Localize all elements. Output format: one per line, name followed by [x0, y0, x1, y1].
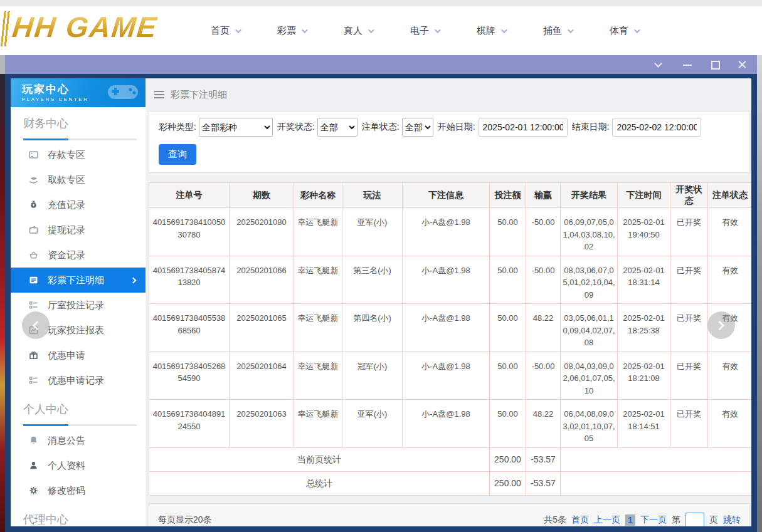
- window-minimize-button[interactable]: [683, 60, 692, 69]
- nav-item-真人[interactable]: 真人: [344, 25, 373, 37]
- total-count-text: 共5条: [544, 514, 566, 526]
- sidebar-item-withdraw-record[interactable]: 提现记录: [11, 217, 146, 243]
- sidebar-item-promo-record[interactable]: 优惠申请记录: [11, 368, 146, 393]
- table-header-row: 注单号期数彩种名称玩法下注信息投注额输赢开奖结果下注时间开奖状态注单状态: [149, 183, 752, 208]
- column-header-order-id: 注单号: [149, 183, 230, 208]
- nav-item-label: 彩票: [277, 25, 296, 37]
- nav-item-棋牌[interactable]: 棋牌: [477, 25, 505, 37]
- section-underline: [23, 424, 137, 426]
- section-underline: [23, 138, 137, 140]
- first-page-link[interactable]: 首页: [571, 514, 589, 526]
- cell-play-type: 第三名(小): [342, 256, 403, 304]
- column-header-bet-time: 下注时间: [618, 183, 670, 208]
- chevron-right-icon: [130, 277, 137, 283]
- cell-bet-amount: 50.00: [490, 208, 526, 256]
- order-status-label: 注单状态:: [362, 122, 400, 133]
- sidebar-item-funds-record[interactable]: 资金记录: [11, 243, 146, 268]
- cell-win-loss: 48.22: [526, 400, 561, 448]
- cell-lottery-name: 幸运飞艇新: [294, 304, 342, 352]
- nav-item-电子[interactable]: 电子: [410, 25, 439, 37]
- sidebar-item-label: 优惠申请: [48, 350, 85, 362]
- draw-status-select[interactable]: 全部: [317, 118, 357, 137]
- cell-bet-amount: 50.00: [490, 256, 526, 304]
- cell-bet-amount: 50.00: [490, 352, 526, 400]
- summary-row: 当前页统计250.00-53.57: [149, 447, 752, 471]
- nav-item-彩票[interactable]: 彩票: [277, 25, 306, 37]
- summary-win-loss-total: -53.57: [526, 471, 561, 495]
- current-page-badge: 1: [625, 514, 635, 526]
- pagination-bar: 每页显示20条 共5条 首页 上一页 1 下一页 第 页 跳转: [149, 503, 750, 527]
- sidebar-item-deposit-card[interactable]: 存款专区: [11, 142, 146, 167]
- sidebar-item-notice-bell[interactable]: 消息公告: [11, 428, 146, 453]
- gamepad-icon: [107, 81, 139, 103]
- query-button[interactable]: 查询: [159, 144, 196, 165]
- withdraw-record-icon: [28, 225, 40, 235]
- cell-bet-time: 2025-02-01 19:40:50: [618, 208, 670, 256]
- main-content: 彩票下注明细 彩种类型: 全部彩种 开奖状态: 全部 注单状态: 全部 开始日期…: [146, 78, 751, 526]
- sidebar-item-password-gear[interactable]: 修改密码: [11, 478, 146, 503]
- top-strip: [0, 0, 762, 6]
- window-maximize-button[interactable]: [711, 60, 719, 69]
- cell-bet-info: 小-A盘@1.98: [403, 304, 490, 352]
- column-header-lottery-name: 彩种名称: [294, 183, 342, 208]
- jump-button[interactable]: 跳转: [723, 514, 741, 526]
- sidebar: 玩家中心 PLAYERS CENTER 财务中心存款专区取款专区充值记录提现记录…: [11, 78, 146, 526]
- cell-play-type: 第四名(小): [342, 304, 403, 352]
- top-header: HH GAME 首页彩票真人电子棋牌捕鱼体育: [0, 0, 762, 55]
- sidebar-item-profile-person[interactable]: 个人资料: [11, 453, 146, 478]
- cell-draw-status: 已开奖: [670, 208, 708, 256]
- cell-draw-result: 08,04,03,09,02,06,01,07,05,10: [561, 352, 618, 400]
- cell-bet-time: 2025-02-01 18:25:38: [618, 304, 670, 352]
- profile-person-icon: [28, 461, 40, 471]
- nav-item-体育[interactable]: 体育: [610, 25, 638, 37]
- window-close-button[interactable]: [738, 60, 747, 69]
- order-status-select[interactable]: 全部: [402, 118, 433, 137]
- sidebar-section-title: 个人中心: [23, 402, 146, 418]
- cell-period: 20250201066: [230, 256, 294, 304]
- summary-win-loss-total: -53.57: [526, 447, 561, 471]
- scroll-left-button[interactable]: [22, 311, 50, 339]
- cell-bet-amount: 50.00: [490, 304, 526, 352]
- table-row: 40156917384052685459020250201064幸运飞艇新冠军(…: [149, 352, 752, 400]
- prev-page-link[interactable]: 上一页: [594, 514, 620, 526]
- nav-item-捕鱼[interactable]: 捕鱼: [543, 25, 572, 37]
- cell-order-status: 有效: [708, 352, 752, 400]
- nav-item-label: 真人: [344, 25, 362, 37]
- sidebar-item-promo-apply[interactable]: 优惠申请: [11, 343, 146, 368]
- app-window: 玩家中心 PLAYERS CENTER 财务中心存款专区取款专区充值记录提现记录…: [5, 74, 757, 532]
- chevron-down-icon: [368, 27, 374, 33]
- cell-draw-result: 03,05,06,01,10,09,04,02,07,08: [561, 304, 618, 352]
- sidebar-item-label: 存款专区: [48, 149, 85, 161]
- column-header-draw-status: 开奖状态: [670, 183, 708, 208]
- nav-item-首页[interactable]: 首页: [211, 25, 240, 37]
- notice-bell-icon: [28, 436, 40, 446]
- sidebar-item-label: 资金记录: [48, 249, 85, 261]
- chevron-down-icon: [302, 27, 308, 33]
- scroll-right-button[interactable]: [707, 311, 735, 339]
- brand-logo[interactable]: HH GAME: [11, 10, 159, 44]
- sidebar-item-label: 取款专区: [48, 174, 85, 186]
- sidebar-item-recharge-bag[interactable]: 充值记录: [11, 192, 146, 217]
- lottery-type-select[interactable]: 全部彩种: [199, 118, 273, 137]
- deposit-card-icon: [28, 150, 40, 160]
- sidebar-section-title: 财务中心: [23, 116, 146, 132]
- cell-order-id: 401569173840526854590: [149, 352, 230, 400]
- start-date-label: 开始日期:: [438, 122, 475, 133]
- summary-empty: [561, 471, 752, 495]
- sidebar-item-lottery-detail[interactable]: 彩票下注明细: [11, 268, 146, 293]
- nav-item-label: 捕鱼: [543, 25, 562, 37]
- summary-row: 总统计250.00-53.57: [149, 471, 752, 495]
- recharge-bag-icon: [28, 200, 40, 210]
- sidebar-item-withdraw-hand[interactable]: 取款专区: [11, 167, 146, 192]
- end-date-input[interactable]: [612, 118, 701, 137]
- cell-order-status: 有效: [708, 208, 752, 256]
- window-dropdown-icon[interactable]: [655, 60, 664, 69]
- start-date-input[interactable]: [479, 118, 568, 137]
- menu-hamburger-icon[interactable]: [154, 91, 164, 98]
- column-header-win-loss: 输赢: [526, 183, 561, 208]
- next-page-link[interactable]: 下一页: [640, 514, 667, 526]
- jump-page-input[interactable]: [685, 513, 704, 526]
- hall-record-icon: [28, 300, 40, 310]
- column-header-play-type: 玩法: [342, 183, 403, 208]
- cell-bet-info: 小-A盘@1.98: [403, 352, 490, 400]
